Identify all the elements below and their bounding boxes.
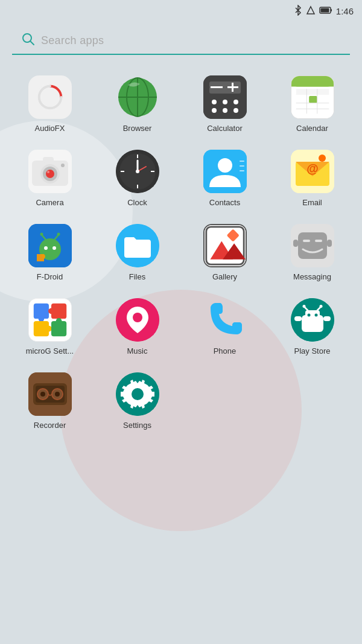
bluetooth-icon (294, 5, 302, 18)
svg-point-82 (48, 308, 54, 314)
app-item-audiofx[interactable]: AudioFX (6, 67, 94, 141)
svg-point-96 (302, 305, 305, 308)
app-label-recorder: Recorder (34, 421, 66, 430)
app-item-messaging[interactable]: Messaging (268, 215, 356, 290)
app-icon-calendar (291, 75, 334, 119)
app-item-calculator[interactable]: Calculator (181, 67, 268, 141)
svg-point-88 (133, 313, 142, 322)
svg-point-64 (40, 233, 43, 236)
svg-rect-53 (240, 170, 244, 171)
app-item-clock[interactable]: Clock (94, 141, 181, 215)
svg-rect-76 (293, 240, 298, 247)
svg-point-48 (136, 170, 139, 173)
app-label-phone: Phone (214, 346, 237, 355)
status-bar: 1:46 (0, 0, 362, 22)
svg-point-105 (40, 392, 45, 397)
svg-marker-0 (307, 7, 314, 14)
app-item-gallery[interactable]: Gallery (181, 215, 268, 290)
app-label-messaging: Messaging (293, 272, 331, 281)
svg-point-16 (212, 100, 217, 104)
svg-point-65 (57, 233, 60, 236)
app-label-microg: microG Sett... (26, 346, 74, 355)
app-label-clock: Clock (127, 198, 147, 207)
app-item-files[interactable]: Files (94, 215, 181, 290)
svg-point-17 (223, 100, 227, 104)
app-icon-files (116, 224, 159, 267)
app-icon-messaging (291, 224, 334, 267)
svg-point-92 (307, 314, 310, 317)
app-item-phone[interactable]: Phone (181, 290, 268, 364)
svg-point-50 (218, 158, 232, 173)
app-label-calculator: Calculator (207, 124, 243, 133)
svg-rect-73 (298, 232, 327, 259)
svg-text:@: @ (306, 162, 319, 175)
svg-point-61 (52, 246, 56, 250)
svg-rect-15 (232, 83, 233, 92)
svg-point-108 (132, 388, 144, 400)
app-item-recorder[interactable]: Recorder (6, 364, 94, 438)
app-icon-contacts (203, 150, 247, 193)
app-label-playstore: Play Store (294, 346, 331, 355)
app-label-fdroid: F-Droid (37, 272, 63, 281)
svg-rect-2 (331, 9, 332, 11)
app-label-camera: Camera (36, 198, 63, 207)
svg-rect-3 (320, 8, 329, 12)
svg-point-6 (36, 83, 63, 111)
svg-rect-13 (211, 86, 223, 88)
search-bar[interactable]: Search apps (12, 28, 350, 55)
app-icon-gallery (203, 224, 247, 267)
app-item-playstore[interactable]: Play Store (268, 290, 356, 364)
app-label-music: Music (127, 346, 148, 355)
app-icon-email: @ (291, 150, 334, 193)
svg-rect-75 (315, 240, 322, 242)
app-icon-recorder (28, 372, 72, 416)
app-item-contacts[interactable]: Contacts (181, 141, 268, 215)
battery-icon (319, 6, 332, 16)
svg-point-97 (319, 305, 322, 308)
svg-point-37 (47, 171, 49, 173)
app-icon-fdroid (28, 224, 72, 267)
app-item-music[interactable]: Music (94, 290, 181, 364)
svg-rect-27 (309, 96, 317, 103)
app-item-microg[interactable]: microG Sett... (6, 290, 94, 364)
svg-rect-99 (323, 316, 331, 321)
svg-point-18 (233, 100, 238, 104)
svg-rect-77 (327, 240, 332, 247)
status-time: 1:46 (336, 6, 354, 16)
app-item-browser[interactable]: Browser (94, 67, 181, 141)
svg-line-5 (30, 41, 34, 45)
app-icon-browser (116, 75, 159, 119)
svg-point-60 (44, 246, 48, 250)
app-label-files: Files (129, 272, 145, 281)
svg-rect-74 (303, 240, 310, 242)
app-icon-audiofx (28, 75, 72, 119)
svg-point-19 (212, 108, 217, 113)
app-icon-playstore (291, 298, 334, 342)
signal-icon (306, 5, 316, 17)
svg-rect-24 (291, 81, 334, 87)
app-label-settings: Settings (123, 421, 151, 430)
svg-point-36 (46, 170, 54, 178)
svg-point-84 (46, 326, 52, 332)
svg-point-106 (55, 392, 60, 397)
app-icon-calculator (203, 75, 247, 119)
app-grid: AudioFX Browser (0, 55, 362, 450)
app-item-calendar[interactable]: Calendar (268, 67, 356, 141)
app-icon-phone (203, 298, 247, 342)
app-item-fdroid[interactable]: F-Droid (6, 215, 94, 290)
app-item-email[interactable]: @ Email (268, 141, 356, 215)
svg-rect-98 (294, 316, 302, 321)
search-bar-container: Search apps (0, 22, 362, 55)
svg-point-86 (56, 318, 62, 324)
app-item-settings[interactable]: Settings (94, 364, 181, 438)
svg-point-80 (38, 316, 44, 322)
app-label-contacts: Contacts (209, 198, 240, 207)
svg-rect-38 (43, 157, 54, 163)
app-label-audiofx: AudioFX (35, 124, 65, 133)
svg-point-39 (61, 164, 65, 167)
svg-point-93 (314, 314, 317, 317)
svg-rect-52 (240, 165, 244, 167)
app-icon-microg (28, 298, 72, 342)
app-item-camera[interactable]: Camera (6, 141, 94, 215)
svg-rect-67 (205, 225, 246, 266)
